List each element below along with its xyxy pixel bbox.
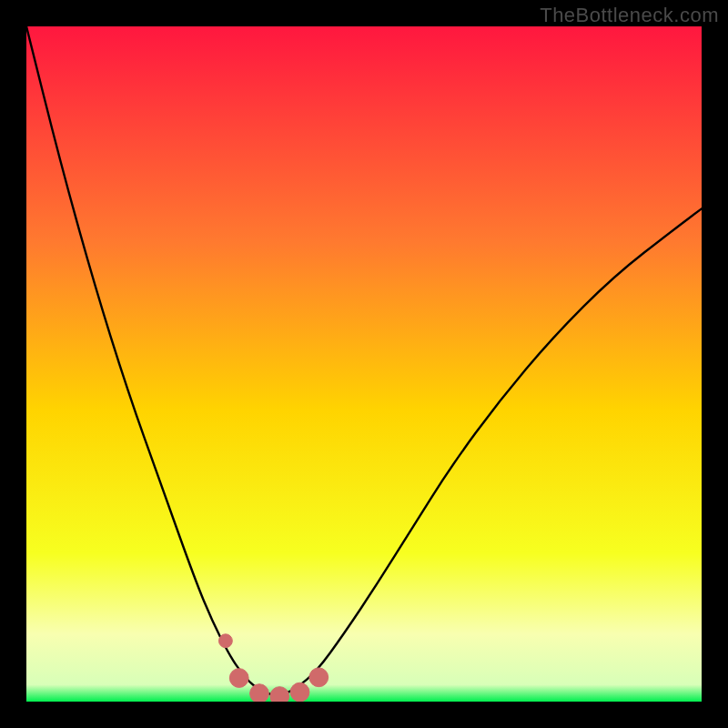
marker-right <box>309 668 329 687</box>
watermark-text: TheBottleneck.com <box>540 4 719 27</box>
gradient-background <box>26 26 702 702</box>
plot-svg <box>26 26 702 702</box>
marker-mid-3 <box>290 682 309 702</box>
marker-mid-2 <box>270 687 289 702</box>
plot-area <box>26 26 702 702</box>
marker-left <box>229 669 248 688</box>
marker-mid-1 <box>250 684 269 702</box>
chart-frame: TheBottleneck.com <box>0 0 728 728</box>
marker-dot <box>218 634 232 648</box>
